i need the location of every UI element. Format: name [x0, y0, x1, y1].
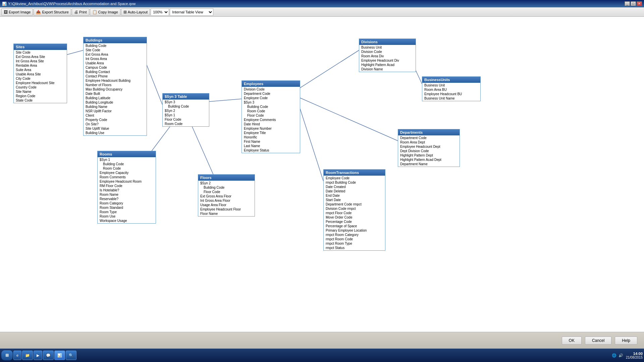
field-ext-gross-area[interactable]: Ext Gross Area: [84, 52, 147, 57]
field-department-code[interactable]: Department Code: [242, 92, 300, 96]
help-button[interactable]: Help: [615, 337, 637, 345]
field-room-standard[interactable]: Room Standard: [98, 205, 156, 210]
field-date-built[interactable]: Date Built: [84, 92, 147, 96]
zoom-select[interactable]: 100% 75% 50% 125%: [151, 8, 169, 16]
field-ssyn3-syn1[interactable]: $Syn 1: [163, 113, 209, 117]
print-button[interactable]: 🖨 Print: [72, 8, 89, 16]
field-division-code[interactable]: Division Code: [242, 87, 300, 92]
field-room-category[interactable]: Room Category: [98, 201, 156, 205]
field-city-code[interactable]: City Code: [14, 76, 67, 81]
field-building-contact[interactable]: Building Contact: [84, 70, 147, 74]
field-campus-code[interactable]: Campus Code: [84, 65, 147, 70]
field-emp-headcount-site[interactable]: Employee Headcount Site: [14, 81, 67, 85]
field-rt-emp-code[interactable]: Employee Code: [324, 176, 385, 180]
field-rt-room-code[interactable]: rmpct Room Code: [324, 237, 385, 241]
field-rt-date-created[interactable]: Date Created: [324, 185, 385, 189]
field-dept-room-area[interactable]: Room Area Dept: [398, 140, 460, 144]
field-rt-pct-code[interactable]: Percentage Code: [324, 220, 385, 224]
close-button[interactable]: ✕: [637, 1, 642, 6]
taskbar-ie[interactable]: e: [13, 351, 21, 360]
field-emp-bld-code[interactable]: Building Code: [242, 105, 300, 109]
field-div-code[interactable]: Division Code: [359, 50, 416, 54]
field-rm-floor-code[interactable]: RM Floor Code: [98, 184, 156, 188]
field-region-code[interactable]: Region Code: [14, 94, 67, 98]
field-num-floors[interactable]: Number of Floors: [84, 83, 147, 87]
field-emp-status[interactable]: Employee Status: [242, 148, 300, 153]
field-usable-area[interactable]: Usable Area: [84, 61, 147, 65]
field-rooms-room-code[interactable]: Room Code: [98, 166, 156, 171]
field-site-name[interactable]: Site Name: [14, 89, 67, 94]
taskbar-qlik[interactable]: 📊: [54, 351, 65, 360]
field-emp-comments[interactable]: Employee Comments: [242, 118, 300, 122]
field-ssyn3-bld-code[interactable]: Building Code: [163, 104, 209, 109]
field-suite-area[interactable]: Suite Area: [14, 68, 67, 72]
field-usable-area-site[interactable]: Usable Area Site: [14, 72, 67, 76]
field-int-gross-floor[interactable]: Int Gross Area Floor: [198, 198, 255, 203]
start-button[interactable]: ⊞: [1, 350, 13, 360]
field-property-code[interactable]: Property Code: [84, 118, 147, 122]
field-rt-room-cat[interactable]: rmpct Room Category: [324, 233, 385, 237]
field-div-room-area[interactable]: Room Area Div: [359, 54, 416, 58]
field-room-name[interactable]: Room Name: [98, 192, 156, 197]
field-rt-dept-code[interactable]: Department Code rmpct: [324, 202, 385, 206]
field-rooms-syn1[interactable]: $Syn 1: [98, 158, 156, 162]
field-div-business-unit[interactable]: Business Unit: [359, 45, 416, 50]
field-dept-highlight-acad[interactable]: Highlight Pattern Acad Dept: [398, 158, 460, 162]
field-honorific[interactable]: Honorific: [242, 135, 300, 139]
field-rentable-area[interactable]: Rentable Area: [14, 63, 67, 68]
export-structure-button[interactable]: 📤 Export Structure: [34, 8, 71, 16]
field-floors-syn2[interactable]: $Syn 2: [198, 181, 255, 185]
field-floors-floor-code[interactable]: Floor Code: [198, 190, 255, 194]
field-rt-end-date[interactable]: End Date: [324, 193, 385, 198]
field-reservable[interactable]: Reservable?: [98, 197, 156, 201]
field-country-code[interactable]: Country Code: [14, 85, 67, 89]
field-int-gross-area[interactable]: Int Gross Area: [84, 57, 147, 61]
field-rt-bld-code[interactable]: rmpct Building Code: [324, 180, 385, 185]
field-room-use[interactable]: Room Use: [98, 214, 156, 219]
field-building-use[interactable]: Building Use: [84, 131, 147, 135]
field-state-code[interactable]: State Code: [14, 98, 67, 103]
field-emp-syn3[interactable]: $Syn 3: [242, 100, 300, 105]
field-div-name[interactable]: Division Name: [359, 67, 416, 71]
field-emp-headcount-floor[interactable]: Employee Headcount Floor: [198, 207, 255, 212]
field-ext-gross-floor[interactable]: Ext Gross Area Floor: [198, 194, 255, 198]
field-floors-bld-code[interactable]: Building Code: [198, 185, 255, 190]
field-rt-status[interactable]: rmpct Status: [324, 246, 385, 250]
field-ssyn3-floor-code[interactable]: Floor Code: [163, 117, 209, 122]
field-first-name[interactable]: First Name: [242, 139, 300, 144]
field-site-code-b[interactable]: Site Code: [84, 48, 147, 52]
taskbar-media[interactable]: ▶: [34, 351, 42, 360]
field-contact-phone[interactable]: Contact Phone: [84, 74, 147, 78]
field-bld-latitude[interactable]: Building Latitude: [84, 96, 147, 100]
field-bu-name[interactable]: Business Unit Name: [422, 96, 480, 101]
minimize-button[interactable]: _: [625, 1, 630, 6]
export-image-button[interactable]: 🖼 Export Image: [1, 8, 33, 16]
field-workspace-usage[interactable]: Workspace Usage: [98, 219, 156, 223]
taskbar-msg[interactable]: 💬: [43, 351, 54, 360]
field-bu-unit[interactable]: Business Unit: [422, 83, 480, 87]
field-on-site[interactable]: On Site?: [84, 122, 147, 126]
ok-button[interactable]: OK: [562, 337, 582, 345]
cancel-button[interactable]: Cancel: [585, 337, 611, 345]
field-usage-area-floor[interactable]: Usage Area Floor: [198, 203, 255, 207]
field-rt-floor-code[interactable]: rmpct Floor Code: [324, 211, 385, 215]
field-client[interactable]: Client: [84, 113, 147, 118]
field-div-highlight[interactable]: Highlight Pattern Acad: [359, 63, 416, 67]
field-div-emp-headcount[interactable]: Employee Headcount Div: [359, 58, 416, 63]
field-ext-gross-area-site[interactable]: Ext Gross Area Site: [14, 55, 67, 59]
copy-image-button[interactable]: 📋 Copy Image: [90, 8, 120, 16]
field-emp-number[interactable]: Employee Number: [242, 126, 300, 131]
field-bld-longitude[interactable]: Building Longitude: [84, 100, 147, 105]
field-bu-emp-headcount[interactable]: Employee Headcount BU: [422, 92, 480, 96]
field-dept-emp-headcount[interactable]: Employee Headcount Dept: [398, 144, 460, 149]
field-rt-primary-loc[interactable]: Primary Employee Location: [324, 228, 385, 233]
field-site-code[interactable]: Site Code: [14, 50, 67, 55]
field-last-name[interactable]: Last Name: [242, 144, 300, 148]
maximize-button[interactable]: □: [631, 1, 636, 6]
field-site-uplift-val[interactable]: Site Uplift Value: [84, 126, 147, 131]
field-rt-div-code[interactable]: Division Code rmpct: [324, 206, 385, 211]
field-emp-floor-code[interactable]: Floor Code: [242, 113, 300, 118]
field-dept-name[interactable]: Department Name: [398, 162, 460, 166]
field-emp-headcount-room[interactable]: Employee Headcount Room: [98, 179, 156, 184]
field-rooms-bld-code[interactable]: Building Code: [98, 162, 156, 166]
